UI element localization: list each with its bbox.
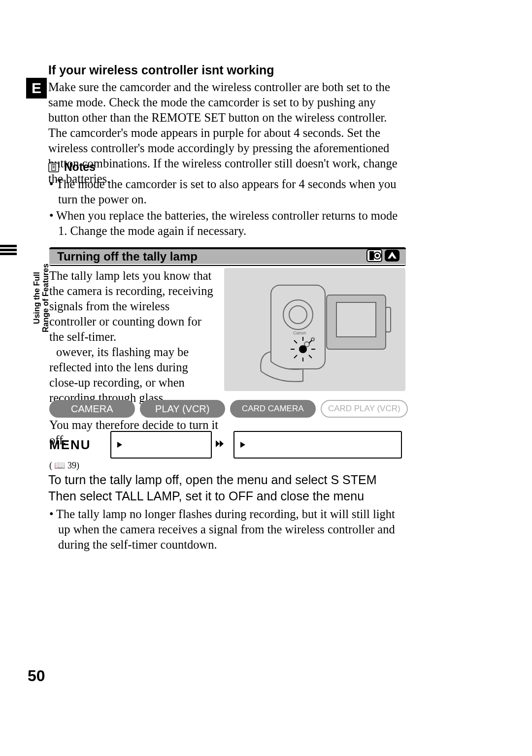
menu-path-box-1 <box>110 431 212 459</box>
media-icons <box>366 249 401 264</box>
svg-point-8 <box>376 254 379 257</box>
notes-label: Notes <box>64 161 96 173</box>
instruction-bullet-0: The tally lamp no longer flashes during … <box>56 507 395 551</box>
section-heading-wireless: If your wireless controller isnt working <box>48 63 407 77</box>
section-title-tally: Turning off the tally lamp <box>49 250 198 263</box>
menu-path-box-2 <box>233 431 402 459</box>
camcorder-illustration: Canon <box>224 268 405 391</box>
svg-point-18 <box>299 346 306 353</box>
svg-marker-30 <box>220 440 224 447</box>
note-text-1: When you replace the batteries, the wire… <box>56 209 398 237</box>
triangle-right-icon <box>240 440 245 450</box>
list-item: •The tally lamp no longer flashes during… <box>58 506 407 552</box>
mode-pill-row: CAMERA PLAY (VCR) CARD CAMERA CARD PLAY … <box>49 400 408 418</box>
svg-rect-13 <box>386 307 391 332</box>
svg-marker-28 <box>117 442 122 448</box>
manual-page: E If your wireless controller isnt worki… <box>0 0 532 756</box>
svg-marker-29 <box>216 440 220 447</box>
side-tab-line1: Using the Full <box>33 261 41 335</box>
note-text-0: The mode the camcorder is set to also ap… <box>56 177 397 206</box>
instruction-text: To turn the tally lamp off, open the men… <box>48 472 407 504</box>
list-item: •When you replace the batteries, the wir… <box>58 208 407 238</box>
svg-point-15 <box>289 306 307 324</box>
language-badge: E <box>26 78 47 99</box>
triangle-right-icon <box>117 440 122 450</box>
notes-icon <box>48 163 59 174</box>
svg-marker-31 <box>240 442 245 448</box>
menu-label: MENU <box>49 437 99 453</box>
svg-rect-12 <box>336 302 376 337</box>
mode-card-camera: CARD CAMERA <box>230 400 316 418</box>
mode-card-play-vcr: CARD PLAY (VCR) <box>321 400 408 418</box>
mode-play-vcr: PLAY (VCR) <box>140 400 226 418</box>
svg-text:Canon: Canon <box>293 330 306 335</box>
mode-camera: CAMERA <box>49 400 135 418</box>
notes-list: •The mode the camcorder is set to also a… <box>48 176 407 239</box>
section-marker-stripes <box>0 245 17 257</box>
double-triangle-right-icon <box>216 440 225 449</box>
page-number: 50 <box>28 667 45 685</box>
svg-rect-6 <box>369 251 374 260</box>
menu-navigation-row: MENU ( 📖 39) <box>49 429 408 460</box>
menu-page-ref: ( 📖 39) <box>49 460 79 471</box>
list-item: •The mode the camcorder is set to also a… <box>58 176 407 207</box>
instruction-bullets: •The tally lamp no longer flashes during… <box>48 506 407 552</box>
section-title-bar: Turning off the tally lamp <box>49 247 406 266</box>
tally-para-1: The tally lamp lets you know that the ca… <box>49 268 219 405</box>
